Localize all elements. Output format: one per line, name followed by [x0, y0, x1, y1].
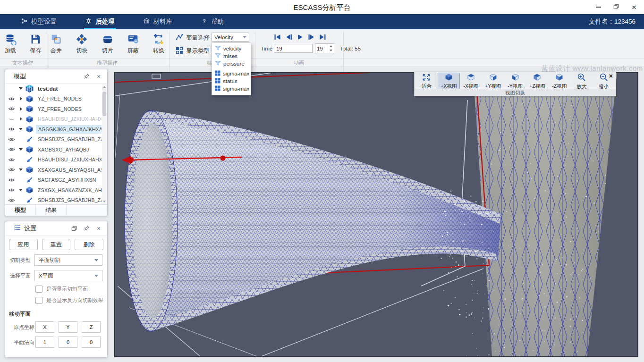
show-reverse-cut-checkbox[interactable]: 是否显示反方向切割效果: [35, 297, 107, 304]
squares-icon: [215, 70, 220, 77]
tree-item[interactable]: SDHSBJZS_GHSABJHB_ZAHU: [5, 135, 102, 145]
save-button[interactable]: 保存: [25, 33, 46, 55]
variable-select[interactable]: Velocity: [212, 33, 249, 42]
menu-model-settings[interactable]: 模型设置: [14, 14, 63, 29]
dropdown-option[interactable]: status: [212, 77, 251, 85]
expander-expanded-icon[interactable]: [17, 168, 24, 171]
menu-material-library[interactable]: 材料库: [136, 14, 179, 29]
step-back-button[interactable]: [284, 34, 293, 41]
tab-model[interactable]: 模型: [5, 205, 36, 216]
menu-help[interactable]: ?帮助: [194, 14, 230, 29]
eye-open-icon[interactable]: [5, 96, 17, 102]
tree-item[interactable]: XAGBSXG_AYHAQBJ: [5, 144, 102, 155]
view-y-pos-button[interactable]: +Y视图: [482, 73, 504, 90]
step-forward-button[interactable]: [307, 34, 315, 41]
origin-x-input[interactable]: [35, 321, 54, 333]
minimize-button[interactable]: [593, 2, 603, 12]
expander-expanded-icon[interactable]: [17, 128, 24, 130]
checkbox[interactable]: [35, 286, 42, 293]
origin-z-input[interactable]: [82, 321, 101, 333]
frame-input[interactable]: [315, 44, 328, 53]
tab-result[interactable]: 结果: [36, 205, 67, 216]
apply-button[interactable]: 应用: [9, 239, 38, 250]
dropdown-option[interactable]: sigma-max: [212, 70, 251, 77]
cut-type-select[interactable]: 平面切割: [34, 254, 102, 266]
eye-open-icon[interactable]: [5, 136, 17, 143]
convert-button[interactable]: 转换: [148, 33, 169, 55]
plane-select[interactable]: X平面: [34, 270, 102, 281]
time-input[interactable]: [274, 44, 313, 53]
viewport-canvas[interactable]: [115, 73, 637, 356]
close-icon[interactable]: ×: [95, 73, 102, 80]
tree-item[interactable]: XSAXGAUS_AISYAQSH_ASHX: [5, 165, 102, 175]
expander-expanded-icon[interactable]: [17, 189, 24, 191]
expander-collapsed-icon[interactable]: [17, 107, 24, 111]
show-cut-plane-checkbox[interactable]: 是否显示切割平面: [35, 286, 107, 293]
eye-open-icon[interactable]: [5, 106, 17, 112]
menu-postprocess[interactable]: 后处理: [78, 14, 121, 29]
view-y-neg-button[interactable]: -Y视图: [504, 73, 526, 90]
eye-open-icon[interactable]: [5, 177, 17, 183]
tree-item[interactable]: SAGFASGZ_ASYHHXSN: [5, 175, 102, 185]
chevron-down-icon: [94, 275, 98, 277]
spin-up-button[interactable]: [328, 44, 334, 49]
reset-button[interactable]: 重置: [42, 239, 71, 250]
skip-end-button[interactable]: [318, 34, 327, 41]
cube-x-neg-icon: [466, 73, 476, 83]
origin-y-input[interactable]: [59, 321, 77, 333]
spin-down-button[interactable]: [328, 49, 334, 53]
eye-open-icon[interactable]: [5, 126, 17, 132]
restore-button[interactable]: [611, 2, 621, 12]
viewport-3d[interactable]: [114, 72, 638, 357]
pin-icon[interactable]: [83, 73, 90, 80]
expander-collapsed-icon[interactable]: [17, 117, 24, 121]
expander-expanded-icon[interactable]: [17, 148, 24, 151]
view-z-pos-button[interactable]: +Z视图: [526, 73, 548, 90]
eye-open-icon[interactable]: [5, 197, 17, 203]
merge-button[interactable]: 合并: [46, 33, 67, 55]
expander-expanded-icon[interactable]: [17, 87, 24, 90]
tree-item[interactable]: YZ_FREE_NODES: [5, 104, 102, 114]
view-fit-button[interactable]: 适合: [415, 73, 438, 90]
play-button[interactable]: [296, 34, 304, 41]
eye-open-icon[interactable]: [5, 157, 17, 163]
zoom-in-button[interactable]: 放大: [570, 73, 593, 90]
eye-closed-icon[interactable]: [5, 116, 17, 122]
normal-y-input[interactable]: [59, 337, 77, 348]
close-icon[interactable]: ×: [609, 72, 613, 80]
tree-item[interactable]: AGSGKJKG_GJHXAJKHXA: [5, 124, 102, 135]
tree-item[interactable]: test.dat: [5, 84, 102, 94]
restore-panel-icon[interactable]: [70, 225, 78, 232]
load-button[interactable]: 加载: [0, 33, 21, 55]
close-button[interactable]: ×: [629, 2, 639, 12]
dropdown-option[interactable]: velocity: [212, 45, 251, 52]
dropdown-option[interactable]: mises: [212, 52, 251, 60]
tree-scrollbar[interactable]: [102, 84, 107, 204]
normal-x-input[interactable]: [35, 337, 54, 348]
slice-button[interactable]: 切片: [97, 33, 118, 55]
tree-item[interactable]: YZ_FREE_NODES: [5, 94, 102, 104]
tree-item[interactable]: SDHSBJZS_GHSABJHB_ZAHU: [5, 195, 102, 205]
arrow-icon: [24, 197, 34, 204]
scrollbar-thumb[interactable]: [102, 92, 106, 116]
normal-z-input[interactable]: [82, 337, 101, 348]
delete-button[interactable]: 删除: [75, 239, 103, 250]
tree-item[interactable]: HSAUHDISU_JZXIUXHAHX: [5, 114, 102, 125]
eye-open-icon[interactable]: [5, 167, 17, 173]
dropdown-option[interactable]: sigma-max: [212, 85, 251, 93]
dropdown-option[interactable]: perssure: [212, 60, 251, 67]
eye-open-icon[interactable]: [5, 146, 17, 152]
cut-block-button[interactable]: 切块: [71, 33, 92, 55]
skip-start-button[interactable]: [273, 34, 281, 41]
mask-button[interactable]: 屏蔽: [123, 33, 144, 55]
view-x-neg-button[interactable]: -X视图: [460, 73, 482, 90]
expander-collapsed-icon[interactable]: [17, 97, 24, 101]
eye-open-icon[interactable]: [5, 187, 17, 193]
tree-item[interactable]: HSAUHDISU_JZXIUXHAHX: [5, 155, 102, 165]
close-icon[interactable]: ×: [95, 225, 102, 232]
pin-icon[interactable]: [83, 225, 90, 232]
tree-item[interactable]: ZSXGX_HSAKAZNZXK_AHASX: [5, 185, 102, 195]
view-x-pos-button[interactable]: +X视图: [438, 73, 460, 90]
view-z-neg-button[interactable]: -Z视图: [548, 73, 570, 90]
checkbox[interactable]: [35, 297, 42, 304]
